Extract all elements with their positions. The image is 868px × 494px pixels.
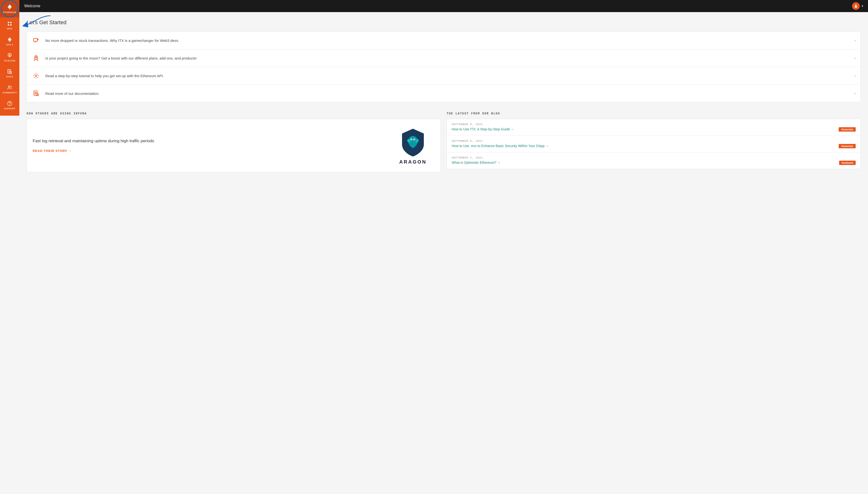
item1-text: No more dropped or stuck transactions. W… (45, 38, 854, 42)
aragon-company-name: ARAGON (399, 159, 427, 165)
chevron-down-icon: ▾ (862, 4, 863, 8)
community-section: HOW OTHERS ARE USING INFURA Fast log ret… (26, 112, 441, 172)
blog-date-1: SEPTEMBER 9, 2021 (452, 123, 856, 126)
item2-text: Is your project going to the moon? Get a… (45, 56, 854, 60)
get-started-heading: Let's Get Started (26, 19, 861, 26)
community-icon (7, 85, 13, 91)
sidebar-support-label: SUPPORT (4, 108, 15, 110)
sidebar-eth2-label: ETH 2 (6, 43, 13, 46)
sidebar-ethereum-label: ETHEREUM (3, 11, 16, 14)
topbar: Welcome ▾ (19, 0, 868, 12)
item4-chevron: › (854, 91, 856, 96)
get-started-item-3[interactable]: Read a step-by-step tutorial to help you… (27, 67, 861, 85)
blog-item-1: SEPTEMBER 9, 2021 How to Use ITX: A Step… (447, 119, 861, 136)
sidebar: ETHEREUM IPFS ETH 2 (0, 0, 19, 116)
docs-card-icon (32, 89, 40, 98)
page-title: Welcome (24, 4, 852, 8)
aragon-logo-col: ARAGON (391, 126, 435, 165)
svg-point-18 (8, 86, 10, 87)
sidebar-item-ipfs[interactable]: IPFS (0, 17, 19, 33)
aragon-shield-icon (397, 126, 429, 158)
svg-rect-4 (8, 24, 9, 26)
svg-point-21 (10, 104, 10, 105)
support-icon (7, 101, 13, 107)
bottom-sections: HOW OTHERS ARE USING INFURA Fast log ret… (26, 112, 861, 172)
svg-rect-5 (10, 24, 12, 26)
story-title: Fast log retrieval and maintaining uptim… (33, 138, 386, 144)
blog-card: SEPTEMBER 9, 2021 How to Use ITX: A Step… (447, 119, 861, 169)
main-content: Let's Get Started No more dropped or stu… (19, 12, 868, 494)
item3-chevron: › (854, 74, 856, 78)
get-started-section: Let's Get Started No more dropped or stu… (26, 19, 861, 102)
svg-point-32 (411, 139, 412, 140)
blog-tag-2: #tutorials (839, 144, 856, 148)
sidebar-community-label: COMMUNITY (2, 92, 17, 94)
svg-rect-2 (8, 22, 9, 23)
ipfs-icon (7, 21, 13, 26)
sidebar-item-filecoin[interactable]: FILECOIN (0, 49, 19, 65)
sidebar-item-docs[interactable]: DOCS (0, 65, 19, 81)
sidebar-ipfs-label: IPFS (7, 27, 12, 30)
blog-title-2[interactable]: How to Use .env to Enhance Basic Securit… (452, 144, 549, 148)
sidebar-docs-label: DOCS (6, 75, 13, 78)
get-started-item-4[interactable]: Read more of our documentation. › (27, 85, 861, 102)
svg-point-25 (35, 75, 37, 77)
blog-item-2: SEPTEMBER 8, 2021 How to Use .env to Enh… (447, 136, 861, 152)
read-story-link[interactable]: READ THEIR STORY → (33, 149, 72, 153)
blog-item-3: SEPTEMBER 1, 2021 What is Optimistic Eth… (447, 152, 861, 169)
item4-text: Read more of our documentation. (45, 92, 854, 96)
svg-point-22 (855, 5, 856, 6)
get-started-item-2[interactable]: Is your project going to the moon? Get a… (27, 49, 861, 67)
svg-rect-15 (10, 72, 12, 74)
sidebar-filecoin-label: FILECOIN (4, 59, 15, 62)
item2-chevron: › (854, 56, 856, 60)
story-card: Fast log retrieval and maintaining uptim… (26, 119, 441, 172)
blog-tag-3: #network (839, 160, 856, 165)
story-text-col: Fast log retrieval and maintaining uptim… (33, 138, 386, 153)
svg-rect-23 (34, 38, 38, 41)
blog-title-1[interactable]: How to Use ITX: A Step-by-Step Guide → (452, 127, 514, 131)
sidebar-item-support[interactable]: SUPPORT (0, 97, 19, 113)
settings-icon (32, 71, 40, 80)
filecoin-icon (7, 53, 13, 59)
transactions-icon (32, 36, 40, 45)
community-label: HOW OTHERS ARE USING INFURA (26, 112, 441, 115)
sidebar-item-community[interactable]: COMMUNITY (0, 81, 19, 97)
user-avatar (852, 2, 860, 10)
docs-icon (7, 69, 13, 75)
svg-point-19 (11, 86, 12, 87)
get-started-list: No more dropped or stuck transactions. W… (26, 32, 861, 102)
user-menu[interactable]: ▾ (852, 2, 863, 10)
item1-chevron: › (854, 38, 856, 42)
rocket-icon (32, 54, 40, 62)
svg-point-33 (414, 139, 415, 140)
blog-title-3[interactable]: What is Optimistic Ethereum? → (452, 160, 501, 165)
svg-rect-3 (10, 22, 12, 23)
ethereum-icon (6, 4, 13, 10)
blog-date-3: SEPTEMBER 1, 2021 (452, 156, 856, 159)
blog-label: THE LATEST FROM OUR BLOG (447, 112, 861, 115)
blog-date-2: SEPTEMBER 8, 2021 (452, 139, 856, 142)
sidebar-item-ethereum[interactable]: ETHEREUM (0, 0, 19, 17)
blog-tag-1: #tutorials (839, 127, 856, 132)
blog-section: THE LATEST FROM OUR BLOG SEPTEMBER 9, 20… (447, 112, 861, 172)
svg-point-24 (36, 57, 37, 58)
sidebar-item-eth2[interactable]: ETH 2 (0, 33, 19, 49)
get-started-item-1[interactable]: No more dropped or stuck transactions. W… (27, 32, 861, 49)
eth2-icon (7, 37, 13, 42)
item3-text: Read a step-by-step tutorial to help you… (45, 74, 854, 78)
